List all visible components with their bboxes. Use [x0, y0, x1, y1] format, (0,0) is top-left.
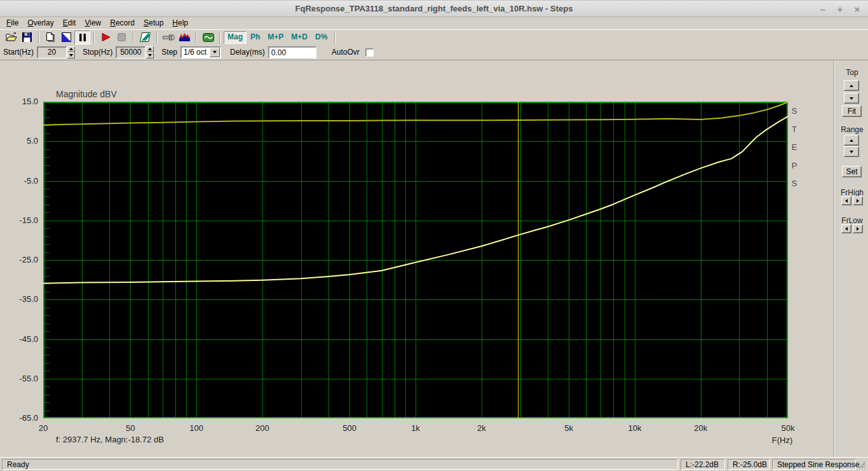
step-label: Step — [161, 48, 177, 57]
menu-item-setup[interactable]: Setup — [139, 17, 168, 29]
generator-button[interactable] — [200, 31, 216, 44]
plot-svg — [43, 102, 788, 418]
frhigh-right-button[interactable] — [853, 196, 863, 205]
y-axis-label: -35.0 — [0, 294, 38, 304]
set-button[interactable]: Set — [842, 166, 862, 177]
minimize-icon[interactable]: – — [818, 4, 827, 14]
fit-button[interactable]: Fit — [842, 106, 862, 117]
autoovr-checkbox[interactable] — [365, 48, 374, 57]
spectrum-icon — [179, 33, 190, 41]
steps-watermark: STEPS — [789, 102, 799, 193]
copy-button[interactable] — [43, 31, 58, 44]
down-arrow-icon — [850, 97, 853, 100]
range-up-button[interactable] — [844, 135, 859, 146]
x-axis-label: 5k — [554, 423, 583, 433]
window-buttons: – + × — [818, 1, 862, 17]
distortion-view-button[interactable] — [137, 31, 153, 44]
left-level-field: L:-22.2dB — [681, 459, 725, 470]
plot-title: Magnitude dBV — [56, 89, 117, 99]
status-message: Ready — [2, 459, 678, 470]
save-button[interactable] — [19, 31, 35, 44]
range-label: Range — [836, 125, 868, 134]
magnitude-plot[interactable] — [43, 102, 788, 418]
flashlight-icon — [163, 34, 175, 41]
x-axis-label: 500 — [335, 423, 364, 433]
y-axis-label: -15.0 — [0, 215, 38, 225]
start-hz-field[interactable]: 20 — [37, 46, 67, 58]
menu-item-file[interactable]: File — [2, 17, 23, 29]
right-arrow-icon — [857, 199, 859, 203]
maximize-icon[interactable]: + — [836, 4, 844, 14]
top-down-button[interactable] — [844, 93, 859, 104]
spectrum-button[interactable] — [177, 31, 193, 44]
dropdown-button[interactable] — [210, 48, 220, 57]
spin-down-button[interactable] — [146, 52, 154, 58]
x-axis-label: 100 — [182, 423, 211, 433]
copy-page-icon — [46, 32, 55, 43]
x-axis-title: F(Hz) — [768, 435, 797, 445]
start-hz-label: Start(Hz) — [3, 48, 34, 57]
scope-wave-icon — [203, 33, 214, 42]
bw-overlay-button[interactable] — [58, 31, 74, 44]
menu-item-help[interactable]: Help — [168, 17, 193, 29]
pause-button[interactable] — [74, 31, 90, 44]
diagonal-stripes-icon — [140, 32, 151, 42]
frlow-right-button[interactable] — [853, 224, 863, 233]
probe-button[interactable] — [161, 31, 177, 44]
range-down-button[interactable] — [844, 146, 859, 157]
frhigh-left-button[interactable] — [841, 196, 851, 205]
status-bar: Ready L:-22.2dB R:-25.0dB Stepped Sine R… — [0, 457, 868, 471]
up-arrow-icon — [69, 48, 73, 50]
menu-item-record[interactable]: Record — [105, 17, 139, 29]
down-arrow-icon — [850, 151, 853, 153]
x-axis-label: 50k — [773, 423, 803, 433]
y-axis-label: -25.0 — [0, 255, 38, 264]
spin-up-button[interactable] — [67, 46, 75, 53]
stop-button[interactable] — [114, 31, 130, 44]
folder-open-icon — [6, 32, 17, 42]
mode-dpct-button[interactable]: D% — [311, 31, 331, 44]
plot-client-area: Magnitude dBV 15.05.0-5.0-15.0-25.0-35.0… — [0, 60, 836, 457]
left-arrow-icon — [845, 199, 848, 203]
close-icon[interactable]: × — [853, 4, 862, 14]
stop-hz-label: Stop(Hz) — [83, 48, 112, 57]
mode-mp-button[interactable]: M+P — [264, 31, 287, 44]
record-button[interactable] — [98, 31, 114, 44]
top-up-button[interactable] — [844, 80, 859, 91]
y-axis-label: -55.0 — [0, 374, 38, 383]
step-dropdown-value: 1/6 oct — [181, 48, 210, 57]
toolbar-separator — [93, 32, 95, 43]
start-hz-stepper — [67, 46, 75, 58]
mode-md-button[interactable]: M+D — [287, 31, 311, 44]
menu-item-edit[interactable]: Edit — [58, 17, 81, 29]
x-axis-label: 20k — [686, 423, 715, 433]
y-axis-label: 15.0 — [0, 97, 38, 106]
mode-ph-button[interactable]: Ph — [247, 31, 264, 44]
up-arrow-icon — [850, 85, 853, 87]
scale-panel: Top Fit Range Set FrHigh FrLow — [836, 60, 868, 457]
frlow-left-button[interactable] — [841, 224, 851, 233]
stop-icon — [118, 33, 126, 41]
save-icon — [22, 32, 32, 42]
delay-label: Delay(ms) — [230, 48, 265, 57]
x-axis-label: 200 — [248, 423, 277, 433]
y-axis-label: 5.0 — [0, 136, 38, 146]
panel-separator — [834, 60, 835, 457]
frhigh-label: FrHigh — [836, 188, 868, 197]
x-axis-label: 2k — [467, 423, 496, 433]
measurement-controls: Start(Hz) 20 Stop(Hz) 50000 Step 1/6 oct… — [0, 44, 868, 60]
stop-hz-field[interactable]: 50000 — [116, 46, 146, 58]
menu-item-overlay[interactable]: Overlay — [23, 17, 58, 29]
delay-field[interactable]: 0.00 — [268, 46, 316, 58]
resize-grip-icon[interactable] — [857, 460, 866, 469]
step-dropdown[interactable]: 1/6 oct — [180, 46, 221, 58]
spin-up-button[interactable] — [146, 46, 154, 53]
mode-mag-button[interactable]: Mag — [224, 31, 247, 44]
spin-down-button[interactable] — [67, 52, 75, 58]
stop-hz-stepper — [146, 46, 154, 58]
open-button[interactable] — [3, 31, 19, 44]
toolbar-separator — [133, 32, 134, 43]
toolbar-separator — [38, 32, 39, 43]
menu-item-view[interactable]: View — [80, 17, 105, 29]
record-play-icon — [102, 33, 111, 41]
